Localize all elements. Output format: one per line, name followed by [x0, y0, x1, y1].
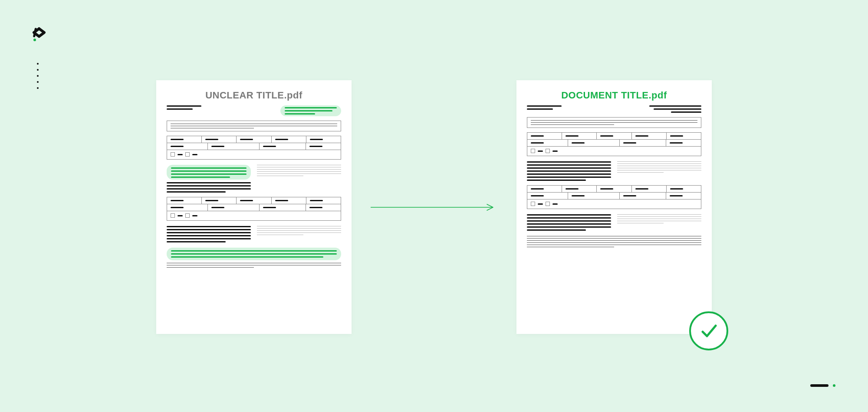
checkmark-badge-icon [689, 311, 728, 350]
bottom-accent-decoration [810, 384, 835, 387]
arrow-icon [365, 202, 503, 213]
document-after: DOCUMENT TITLE.pdf [516, 80, 712, 334]
highlight-region [167, 165, 251, 180]
document-after-title: DOCUMENT TITLE.pdf [527, 90, 701, 101]
document-before: UNCLEAR TITLE.pdf [156, 80, 352, 334]
highlight-region [280, 105, 341, 116]
document-before-title: UNCLEAR TITLE.pdf [167, 90, 341, 101]
brand-logo [31, 27, 46, 44]
highlight-region [167, 248, 341, 260]
svg-point-1 [33, 39, 36, 41]
vertical-dots-decoration [37, 63, 39, 89]
diagram-stage: UNCLEAR TITLE.pdf [156, 80, 712, 334]
